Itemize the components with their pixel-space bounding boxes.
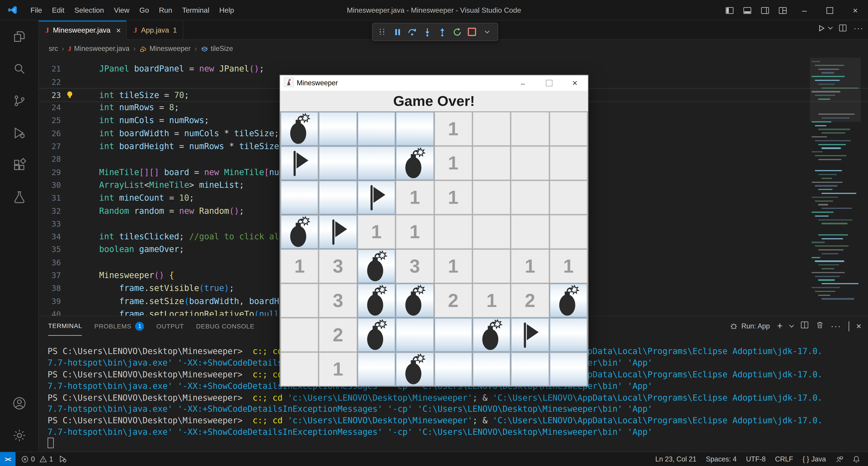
mine-cell-r1c3[interactable]	[358, 112, 395, 146]
step-into-icon[interactable]	[420, 24, 434, 39]
mine-cell-r8c5[interactable]	[434, 352, 472, 386]
breadcrumb-item-src[interactable]: src	[49, 45, 58, 53]
mine-cell-r2c4[interactable]	[396, 146, 434, 180]
panel-tab-problems[interactable]: PROBLEMS1	[94, 316, 144, 336]
menu-item-view[interactable]: View	[109, 4, 134, 16]
mine-cell-r4c6[interactable]	[473, 215, 510, 249]
terminal-dropdown-icon[interactable]	[789, 323, 794, 327]
mine-cell-r6c5[interactable]: 2	[434, 284, 472, 317]
mine-cell-r6c6[interactable]: 1	[473, 284, 510, 317]
status-language-mode[interactable]: { } Java	[802, 455, 826, 463]
menu-item-edit[interactable]: Edit	[47, 4, 69, 16]
minesweeper-title-bar[interactable]: Minesweeper – ×	[280, 75, 588, 91]
mine-cell-r7c3[interactable]	[358, 318, 395, 352]
mine-cell-r5c6[interactable]	[473, 249, 510, 283]
activity-bar-item-search[interactable]	[6, 53, 33, 85]
panel-tab-debug-console[interactable]: DEBUG CONSOLE	[196, 316, 254, 336]
mine-cell-r5c7[interactable]: 1	[511, 249, 549, 283]
breadcrumb-item-minesweeper-java[interactable]: JMinesweeper.java	[68, 45, 129, 53]
mine-cell-r8c8[interactable]	[550, 352, 587, 386]
mine-cell-r4c5[interactable]	[434, 215, 472, 249]
mine-cell-r8c3[interactable]	[358, 352, 395, 386]
mine-cell-r5c8[interactable]: 1	[550, 249, 587, 283]
panel-tab-output[interactable]: OUTPUT	[156, 316, 184, 336]
run-dropdown-icon[interactable]	[828, 25, 833, 30]
mine-cell-r3c8[interactable]	[550, 180, 587, 214]
mine-cell-r6c7[interactable]: 2	[511, 284, 549, 317]
mine-cell-r8c2[interactable]: 1	[319, 352, 357, 386]
run-java-button[interactable]	[817, 24, 832, 32]
activity-bar-item-explorer[interactable]	[6, 21, 33, 53]
step-out-icon[interactable]	[434, 24, 450, 39]
mine-cell-r4c1[interactable]	[281, 215, 318, 249]
debug-dropdown-icon[interactable]	[479, 24, 494, 39]
breadcrumb-item-tilesize[interactable]: tileSize	[201, 45, 233, 53]
mine-cell-r3c7[interactable]	[511, 180, 549, 214]
status-cursor-position[interactable]: Ln 23, Col 21	[655, 455, 696, 463]
mine-cell-r2c1[interactable]	[281, 146, 318, 180]
mine-cell-r7c5[interactable]	[434, 318, 472, 352]
mine-cell-r2c6[interactable]	[473, 146, 510, 180]
toggle-secondary-sidebar-icon[interactable]	[756, 3, 774, 18]
mine-cell-r4c3[interactable]: 1	[358, 215, 395, 249]
mine-cell-r8c1[interactable]	[281, 352, 318, 386]
customize-layout-icon[interactable]	[774, 3, 792, 18]
mine-cell-r2c7[interactable]	[511, 146, 549, 180]
status-encoding[interactable]: UTF-8	[746, 455, 766, 463]
mine-cell-r3c3[interactable]	[358, 180, 395, 214]
mine-cell-r6c4[interactable]	[396, 284, 434, 317]
mine-cell-r7c8[interactable]	[550, 318, 587, 352]
window-close-button[interactable]: ×	[842, 0, 868, 21]
mine-cell-r7c1[interactable]	[281, 318, 318, 352]
mine-cell-r2c8[interactable]	[550, 146, 587, 180]
mine-cell-r1c1[interactable]	[281, 112, 318, 146]
lightbulb-icon[interactable]	[65, 90, 74, 99]
toggle-sidebar-icon[interactable]	[721, 3, 739, 18]
restart-icon[interactable]	[450, 24, 465, 39]
more-actions-icon[interactable]: ···	[854, 23, 864, 33]
minimap[interactable]	[810, 58, 861, 313]
pause-icon[interactable]	[390, 24, 405, 39]
mine-cell-r4c2[interactable]	[319, 215, 357, 249]
close-panel-icon[interactable]: ×	[856, 321, 862, 331]
menu-item-help[interactable]: Help	[214, 4, 239, 16]
mine-cell-r7c4[interactable]	[396, 318, 434, 352]
minesweeper-close-button[interactable]: ×	[562, 75, 588, 91]
panel-tab-terminal[interactable]: TERMINAL	[48, 316, 82, 336]
mine-cell-r5c2[interactable]: 3	[319, 249, 357, 283]
menu-item-go[interactable]: Go	[134, 4, 154, 16]
activity-bar-item-extensions[interactable]	[6, 149, 33, 181]
activity-bar-item-source-control[interactable]	[6, 85, 33, 117]
mine-cell-r5c5[interactable]: 1	[434, 249, 472, 283]
window-minimize-button[interactable]: –	[792, 0, 817, 21]
tab-app-java[interactable]: JApp.java1	[127, 21, 183, 40]
mine-cell-r7c6[interactable]	[473, 318, 510, 352]
tab-minesweeper-java[interactable]: JMinesweeper.java×	[39, 21, 127, 40]
menu-item-selection[interactable]: Selection	[69, 4, 109, 16]
mine-cell-r1c2[interactable]	[319, 112, 357, 146]
mine-cell-r5c4[interactable]: 3	[396, 249, 434, 283]
mine-cell-r1c6[interactable]	[473, 112, 510, 146]
menu-item-file[interactable]: File	[26, 4, 47, 16]
maximize-panel-icon[interactable]	[848, 321, 849, 331]
mine-cell-r7c2[interactable]: 2	[319, 318, 357, 352]
mine-cell-r5c3[interactable]	[358, 249, 395, 283]
activity-bar-item-account[interactable]	[6, 387, 33, 419]
debug-status-icon[interactable]	[59, 455, 67, 463]
mine-cell-r6c8[interactable]	[550, 284, 587, 317]
mine-cell-r3c6[interactable]	[473, 180, 510, 214]
mine-cell-r3c1[interactable]	[281, 180, 318, 214]
debug-drag-grip[interactable]	[375, 24, 390, 39]
mine-cell-r8c6[interactable]	[473, 352, 510, 386]
mine-cell-r8c4[interactable]	[396, 352, 434, 386]
activity-bar-item-testing[interactable]	[6, 181, 33, 213]
mine-cell-r5c1[interactable]: 1	[281, 249, 318, 283]
remote-indicator[interactable]: ><	[0, 452, 16, 466]
minesweeper-minimize-button[interactable]: –	[510, 75, 536, 91]
new-terminal-icon[interactable]: +	[777, 321, 782, 332]
window-restore-button[interactable]	[817, 0, 843, 21]
mine-cell-r4c7[interactable]	[511, 215, 549, 249]
mine-cell-r3c4[interactable]: 1	[396, 180, 434, 214]
mine-cell-r1c4[interactable]	[396, 112, 434, 146]
mine-cell-r3c2[interactable]	[319, 180, 357, 214]
